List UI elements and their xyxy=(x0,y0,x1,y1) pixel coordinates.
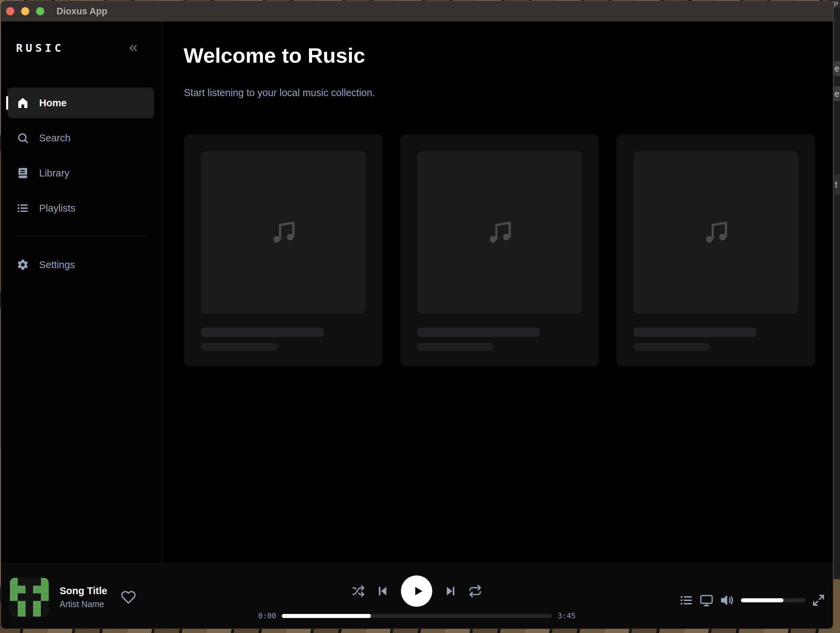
background-button-fragment: e xyxy=(834,61,840,76)
album-art-cell xyxy=(25,609,33,617)
shuffle-button[interactable] xyxy=(352,585,365,598)
album-art-cell xyxy=(18,609,25,617)
album-art-cell xyxy=(10,601,18,609)
skeleton-title-bar xyxy=(201,328,324,337)
close-button[interactable] xyxy=(6,7,14,15)
album-art-cell xyxy=(25,578,33,586)
skeleton-subtitle-bar xyxy=(201,343,277,351)
placeholder-card-row xyxy=(184,134,815,366)
album-art-cell xyxy=(18,586,25,594)
minimize-button[interactable] xyxy=(21,7,29,15)
music-note-icon xyxy=(486,219,513,246)
sidebar-item-playlists[interactable]: Playlists xyxy=(8,193,154,224)
repeat-icon xyxy=(468,584,482,598)
background-window-sliver: KP e e t xyxy=(833,0,840,579)
album-art-cell xyxy=(18,578,25,586)
gear-icon xyxy=(17,259,29,271)
album-art-cell xyxy=(41,586,49,594)
album-placeholder-card[interactable] xyxy=(400,134,599,366)
skeleton-subtitle-bar xyxy=(417,343,494,351)
mute-button[interactable] xyxy=(720,593,735,608)
favorite-button[interactable] xyxy=(121,590,136,605)
zoom-button[interactable] xyxy=(36,7,44,15)
track-info: Song Title Artist Name xyxy=(60,585,107,609)
album-art-cell xyxy=(25,586,33,594)
album-art-cell xyxy=(41,601,49,609)
album-art-cell xyxy=(33,601,41,609)
album-art-cell xyxy=(41,609,49,617)
sidebar-item-home[interactable]: Home xyxy=(8,88,154,118)
heart-icon xyxy=(121,590,136,605)
previous-track-button[interactable] xyxy=(376,585,389,598)
player-bar: Song Title Artist Name xyxy=(1,564,833,628)
skeleton-subtitle-bar xyxy=(633,343,710,351)
album-art-cell xyxy=(18,601,25,609)
background-button-fragment: e xyxy=(834,86,840,101)
album-art-cell xyxy=(41,578,49,586)
main-content: Welcome to Rusic Start listening to your… xyxy=(163,22,833,564)
desktop: { "titlebar": { "title": "Dioxus App" },… xyxy=(0,0,840,633)
volume-icon xyxy=(720,593,735,608)
display-icon xyxy=(699,593,714,608)
expand-icon xyxy=(812,594,825,607)
sidebar-item-library[interactable]: Library xyxy=(8,158,154,188)
repeat-button[interactable] xyxy=(468,584,482,598)
home-icon xyxy=(17,97,29,109)
sidebar-item-label: Library xyxy=(39,167,69,179)
album-art-cell xyxy=(10,578,18,586)
album-placeholder-card[interactable] xyxy=(617,134,815,366)
total-duration: 3:45 xyxy=(557,611,577,620)
album-art-cell xyxy=(10,594,18,601)
now-playing: Song Title Artist Name xyxy=(10,578,136,617)
search-icon xyxy=(17,132,29,144)
album-art-cell xyxy=(33,578,41,586)
volume-fill xyxy=(741,598,783,602)
next-track-button[interactable] xyxy=(444,585,457,598)
sidebar-item-label: Home xyxy=(39,98,67,109)
chevrons-left-icon xyxy=(127,42,139,54)
sidebar: RUSIC Home Search Library xyxy=(1,22,162,564)
elapsed-time: 0:00 xyxy=(257,611,276,620)
sidebar-item-settings[interactable]: Settings xyxy=(8,249,154,280)
album-placeholder-card[interactable] xyxy=(184,134,382,366)
book-icon xyxy=(17,167,29,179)
sidebar-item-label: Playlists xyxy=(39,203,75,214)
devices-button[interactable] xyxy=(699,593,714,608)
shuffle-icon xyxy=(352,585,365,598)
queue-button[interactable] xyxy=(680,594,693,607)
list-icon xyxy=(17,202,29,214)
album-art-cell xyxy=(10,586,18,594)
album-art-cell xyxy=(10,609,18,617)
traffic-lights xyxy=(6,7,44,15)
skip-back-icon xyxy=(376,585,389,598)
skip-forward-icon xyxy=(444,585,457,598)
album-art-cell xyxy=(25,601,33,609)
album-art-placeholder xyxy=(417,151,582,314)
window-title: Dioxus App xyxy=(57,6,107,17)
sidebar-divider xyxy=(15,236,146,236)
album-art-cell xyxy=(33,609,41,617)
progress-slider[interactable] xyxy=(282,614,552,618)
album-art-cell xyxy=(25,594,33,601)
sidebar-item-search[interactable]: Search xyxy=(8,123,154,153)
window-titlebar[interactable]: Dioxus App xyxy=(1,1,833,22)
app-window: Dioxus App RUSIC Home Search xyxy=(1,1,833,629)
page-title: Welcome to Rusic xyxy=(183,43,365,68)
app-logo: RUSIC xyxy=(16,41,64,55)
skeleton-title-bar xyxy=(633,328,756,337)
sidebar-item-label: Search xyxy=(39,133,71,144)
sidebar-item-label: Settings xyxy=(39,259,75,270)
music-note-icon xyxy=(703,219,729,246)
sidebar-collapse-button[interactable] xyxy=(127,42,139,54)
volume-slider[interactable] xyxy=(741,598,805,602)
album-art-cell xyxy=(33,594,41,601)
playback-controls xyxy=(352,575,482,607)
fullscreen-button[interactable] xyxy=(812,594,825,607)
play-button[interactable] xyxy=(401,575,432,607)
song-title: Song Title xyxy=(60,585,107,597)
progress-fill xyxy=(282,614,371,618)
album-art-cell xyxy=(33,586,41,594)
album-art-cell xyxy=(18,594,25,601)
music-note-icon xyxy=(270,219,297,246)
album-art-cell xyxy=(41,594,49,601)
